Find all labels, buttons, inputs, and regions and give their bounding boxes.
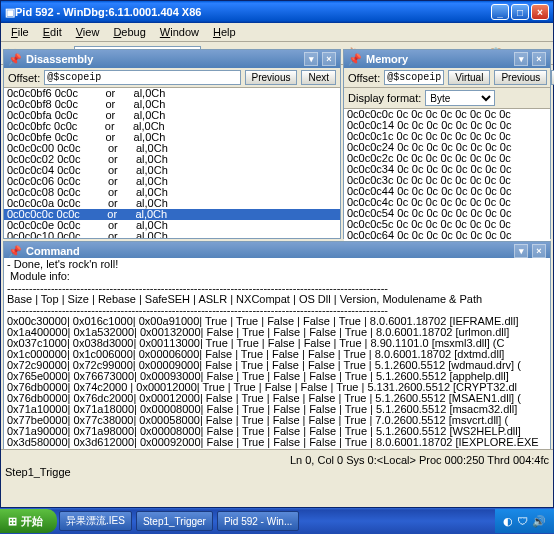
pin-icon[interactable]: 📌 — [348, 53, 362, 66]
maximize-button[interactable]: □ — [511, 4, 529, 20]
pane-close-icon[interactable]: × — [322, 52, 336, 66]
taskbar-item[interactable]: 异果漂流.IES — [59, 511, 132, 531]
windows-logo-icon: ⊞ — [8, 515, 17, 528]
cmd-output[interactable]: - Done, let's rock'n roll!Module info:--… — [4, 258, 550, 454]
tray[interactable]: ◐ 🛡 🔊 — [495, 509, 554, 533]
statusbar: Ln 0, Col 0 Sys 0:<Local> Proc 000:250 T… — [1, 449, 553, 481]
taskbar: ⊞ 开始 异果漂流.IESStep1_TriggerPid 592 - Win.… — [0, 508, 554, 534]
memory-pane: 📌 Memory ▾ × Offset: Virtual Previous Ne… — [343, 49, 551, 239]
pin-icon[interactable]: 📌 — [8, 53, 22, 66]
menu-debug[interactable]: Debug — [107, 25, 151, 39]
pane-menu-icon[interactable]: ▾ — [514, 244, 528, 258]
main-window: ▣ Pid 592 - WinDbg:6.11.0001.404 X86 _ □… — [0, 0, 554, 508]
titlebar[interactable]: ▣ Pid 592 - WinDbg:6.11.0001.404 X86 _ □… — [1, 1, 553, 23]
menu-help[interactable]: Help — [207, 25, 242, 39]
tray-icon[interactable]: 🛡 — [517, 515, 528, 527]
menu-edit[interactable]: Edit — [37, 25, 68, 39]
tray-icon[interactable]: 🔊 — [532, 515, 546, 528]
pin-icon[interactable]: 📌 — [8, 245, 22, 258]
disassembly-pane: 📌 Disassembly ▾ × Offset: Previous Next … — [3, 49, 341, 239]
menu-file[interactable]: File — [5, 25, 35, 39]
disasm-listing[interactable]: 0c0c0bf6 0c0c or al,0Ch0c0c0bf8 0c0c or … — [4, 88, 340, 238]
close-button[interactable]: × — [531, 4, 549, 20]
disasm-offset-bar: Offset: Previous Next — [4, 68, 340, 88]
disasm-next-button[interactable]: Next — [301, 70, 336, 85]
pane-close-icon[interactable]: × — [532, 244, 546, 258]
command-pane: 📌 Command ▾ × - Done, let's rock'n roll!… — [3, 241, 551, 473]
mem-prev-button[interactable]: Previous — [494, 70, 547, 85]
minimize-button[interactable]: _ — [491, 4, 509, 20]
disasm-header[interactable]: 📌 Disassembly ▾ × — [4, 50, 340, 68]
pane-close-icon[interactable]: × — [532, 52, 546, 66]
mem-offset-input[interactable] — [384, 70, 444, 85]
disasm-prev-button[interactable]: Previous — [245, 70, 298, 85]
mem-virtual-button[interactable]: Virtual — [448, 70, 490, 85]
mem-format-bar: Display format: Byte — [344, 88, 550, 109]
taskbar-item[interactable]: Step1_Trigger — [136, 511, 213, 531]
pane-menu-icon[interactable]: ▾ — [514, 52, 528, 66]
menu-window[interactable]: Window — [154, 25, 205, 39]
tray-icon[interactable]: ◐ — [503, 515, 513, 528]
taskbar-item[interactable]: Pid 592 - Win... — [217, 511, 299, 531]
mem-listing[interactable]: 0c0c0c0c 0c 0c 0c 0c 0c 0c 0c 0c0c0c0c14… — [344, 109, 550, 241]
title: Pid 592 - WinDbg:6.11.0001.404 X86 — [15, 6, 491, 18]
mem-header[interactable]: 📌 Memory ▾ × — [344, 50, 550, 68]
menubar: FileEditViewDebugWindowHelp — [1, 23, 553, 42]
mem-offset-bar: Offset: Virtual Previous Next — [344, 68, 550, 88]
pane-menu-icon[interactable]: ▾ — [304, 52, 318, 66]
start-button[interactable]: ⊞ 开始 — [0, 509, 57, 533]
app-icon: ▣ — [5, 6, 15, 19]
disasm-offset-input[interactable] — [44, 70, 240, 85]
mem-format-select[interactable]: Byte — [425, 90, 495, 106]
disasm-row[interactable]: 0c0c0c10 0c0c or al,0Ch — [4, 231, 340, 238]
menu-view[interactable]: View — [70, 25, 106, 39]
